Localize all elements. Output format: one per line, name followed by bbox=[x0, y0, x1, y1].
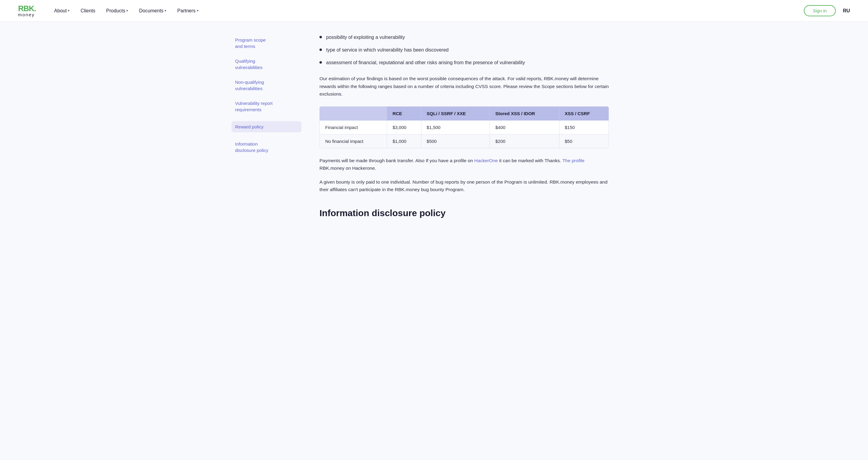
nav-products[interactable]: Products ▾ bbox=[106, 8, 128, 13]
table-cell: $150 bbox=[559, 120, 609, 134]
main-nav: About ▾ Clients Products ▾ Documents ▾ P… bbox=[54, 8, 804, 13]
section-heading: Information disclosure policy bbox=[319, 208, 609, 218]
sidebar-item-info-disclosure[interactable]: Informationdisclosure policy bbox=[235, 141, 301, 153]
sidebar-item-program-scope[interactable]: Program scopeand terms bbox=[235, 37, 301, 50]
logo[interactable]: RBK. money bbox=[18, 4, 36, 17]
table-cell: $3,000 bbox=[387, 120, 421, 134]
table-cell: $400 bbox=[490, 120, 559, 134]
nav-documents[interactable]: Documents ▾ bbox=[139, 8, 166, 13]
table-cell: $200 bbox=[490, 134, 559, 148]
logo-subtext: money bbox=[18, 12, 36, 17]
bounty-paragraph: A given bounty is only paid to one indiv… bbox=[319, 178, 609, 193]
bullet-icon bbox=[319, 61, 322, 64]
description-paragraph: Our estimation of your findings is based… bbox=[319, 75, 609, 98]
sidebar-item-non-qualifying[interactable]: Non-qualifyingvulnerabilities bbox=[235, 79, 301, 92]
chevron-down-icon: ▾ bbox=[197, 9, 198, 13]
language-button[interactable]: RU bbox=[843, 8, 850, 13]
bullet-icon bbox=[319, 36, 322, 38]
header-right: Sign in RU bbox=[804, 5, 850, 16]
logo-text: RBK. bbox=[18, 4, 36, 12]
table-cell: $1,000 bbox=[387, 134, 421, 148]
table-header-xss: XSS / CSRF bbox=[559, 106, 609, 120]
table-cell: No financial impact bbox=[320, 134, 387, 148]
nav-clients[interactable]: Clients bbox=[81, 8, 95, 13]
table-row: Financial impact $3,000 $1,500 $400 $150 bbox=[320, 120, 609, 134]
bullet-icon bbox=[319, 49, 322, 51]
list-item: possibility of exploiting a vulnerabilit… bbox=[319, 34, 609, 41]
sidebar: Program scopeand terms Qualifyingvulnera… bbox=[235, 34, 301, 218]
sign-in-button[interactable]: Sign in bbox=[804, 5, 836, 16]
main-content: possibility of exploiting a vulnerabilit… bbox=[319, 34, 609, 218]
table-header-rce: RCE bbox=[387, 106, 421, 120]
payment-paragraph: Payments will be made through bank trans… bbox=[319, 157, 609, 172]
table-cell: $1,500 bbox=[421, 120, 490, 134]
table-row: No financial impact $1,000 $500 $200 $50 bbox=[320, 134, 609, 148]
profile-link[interactable]: The profile bbox=[562, 158, 584, 163]
table-cell: Financial impact bbox=[320, 120, 387, 134]
table-cell: $50 bbox=[559, 134, 609, 148]
chevron-down-icon: ▾ bbox=[68, 9, 70, 13]
hacker-one-link[interactable]: HackerOne bbox=[474, 158, 498, 163]
chevron-down-icon: ▾ bbox=[164, 9, 166, 13]
sidebar-item-vuln-report[interactable]: Vulnerability reportrequirements bbox=[235, 100, 301, 113]
chevron-down-icon: ▾ bbox=[126, 9, 128, 13]
nav-partners[interactable]: Partners ▾ bbox=[177, 8, 198, 13]
list-item: assessment of financial, reputational an… bbox=[319, 59, 609, 66]
table-header-sqli: SQLi / SSRF / XXE bbox=[421, 106, 490, 120]
sidebar-item-reward-policy[interactable]: Reward policy bbox=[231, 121, 301, 132]
list-item: type of service in which vulnerability h… bbox=[319, 47, 609, 54]
sidebar-item-qualifying[interactable]: Qualifyingvulnerabilities bbox=[235, 58, 301, 70]
table-cell: $500 bbox=[421, 134, 490, 148]
page-body: Program scopeand terms Qualifyingvulnera… bbox=[223, 22, 645, 242]
reward-table: RCE SQLi / SSRF / XXE Stored XSS / IDOR … bbox=[319, 106, 609, 148]
table-header-stored: Stored XSS / IDOR bbox=[490, 106, 559, 120]
bullet-list: possibility of exploiting a vulnerabilit… bbox=[319, 34, 609, 66]
site-header: RBK. money About ▾ Clients Products ▾ Do… bbox=[0, 0, 868, 22]
nav-about[interactable]: About ▾ bbox=[54, 8, 70, 13]
table-header-empty bbox=[320, 106, 387, 120]
